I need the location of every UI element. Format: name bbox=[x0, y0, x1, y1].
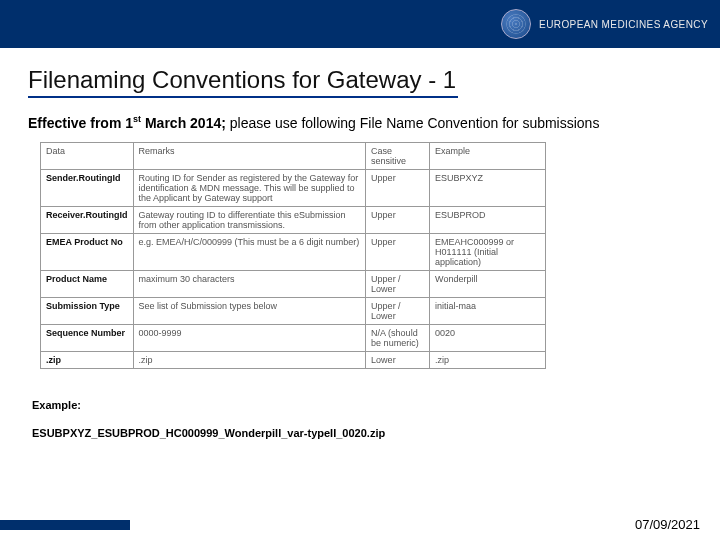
th-data: Data bbox=[41, 142, 134, 169]
cell-case: Upper bbox=[366, 206, 430, 233]
th-example: Example bbox=[430, 142, 546, 169]
title-underline bbox=[28, 96, 458, 98]
page-title: Filenaming Conventions for Gateway - 1 bbox=[28, 66, 692, 94]
cell-example: ESUBPXYZ bbox=[430, 169, 546, 206]
table-row: EMEA Product No e.g. EMEA/H/C/000999 (Th… bbox=[41, 233, 546, 270]
footer-accent-bar bbox=[0, 520, 130, 530]
table-row: Sender.RoutingId Routing ID for Sender a… bbox=[41, 169, 546, 206]
footer-date: 07/09/2021 bbox=[635, 517, 700, 532]
cell-data: Sequence Number bbox=[41, 324, 134, 351]
intro-bold-suffix: March 2014; bbox=[141, 115, 226, 131]
table-header-row: Data Remarks Case sensitive Example bbox=[41, 142, 546, 169]
cell-remarks: e.g. EMEA/H/C/000999 (This must be a 6 d… bbox=[133, 233, 366, 270]
cell-example: 0020 bbox=[430, 324, 546, 351]
cell-data: Receiver.RoutingId bbox=[41, 206, 134, 233]
table-row: Sequence Number 0000-9999 N/A (should be… bbox=[41, 324, 546, 351]
cell-case: Upper bbox=[366, 233, 430, 270]
cell-remarks: 0000-9999 bbox=[133, 324, 366, 351]
cell-remarks: maximum 30 characters bbox=[133, 270, 366, 297]
cell-example: initial-maa bbox=[430, 297, 546, 324]
table-row: Product Name maximum 30 characters Upper… bbox=[41, 270, 546, 297]
cell-remarks: Routing ID for Sender as registered by t… bbox=[133, 169, 366, 206]
table-row: Receiver.RoutingId Gateway routing ID to… bbox=[41, 206, 546, 233]
cell-case: N/A (should be numeric) bbox=[366, 324, 430, 351]
cell-case: Lower bbox=[366, 351, 430, 368]
cell-case: Upper / Lower bbox=[366, 270, 430, 297]
intro-sup: st bbox=[133, 114, 141, 124]
cell-remarks: Gateway routing ID to differentiate this… bbox=[133, 206, 366, 233]
cell-data: Submission Type bbox=[41, 297, 134, 324]
table-row: Submission Type See list of Submission t… bbox=[41, 297, 546, 324]
cell-remarks: .zip bbox=[133, 351, 366, 368]
ema-logo-icon bbox=[501, 9, 531, 39]
cell-example: EMEAHC000999 or H011111 (Initial applica… bbox=[430, 233, 546, 270]
cell-data: Product Name bbox=[41, 270, 134, 297]
slide-content: Filenaming Conventions for Gateway - 1 E… bbox=[0, 48, 720, 439]
example-label: Example: bbox=[32, 399, 692, 411]
convention-table: Data Remarks Case sensitive Example Send… bbox=[40, 142, 546, 369]
cell-case: Upper / Lower bbox=[366, 297, 430, 324]
th-case: Case sensitive bbox=[366, 142, 430, 169]
header-bar: EUROPEAN MEDICINES AGENCY bbox=[0, 0, 720, 48]
cell-example: ESUBPROD bbox=[430, 206, 546, 233]
cell-data: Sender.RoutingId bbox=[41, 169, 134, 206]
cell-data: .zip bbox=[41, 351, 134, 368]
example-filename: ESUBPXYZ_ESUBPROD_HC000999_Wonderpill_va… bbox=[32, 427, 692, 439]
cell-case: Upper bbox=[366, 169, 430, 206]
cell-remarks: See list of Submission types below bbox=[133, 297, 366, 324]
intro-rest: please use following File Name Conventio… bbox=[226, 115, 600, 131]
footer: 07/09/2021 bbox=[0, 517, 720, 532]
cell-example: Wonderpill bbox=[430, 270, 546, 297]
intro-bold-prefix: Effective from 1 bbox=[28, 115, 133, 131]
cell-example: .zip bbox=[430, 351, 546, 368]
th-remarks: Remarks bbox=[133, 142, 366, 169]
table-row: .zip .zip Lower .zip bbox=[41, 351, 546, 368]
brand-text: EUROPEAN MEDICINES AGENCY bbox=[539, 19, 708, 30]
cell-data: EMEA Product No bbox=[41, 233, 134, 270]
intro-text: Effective from 1st March 2014; please us… bbox=[28, 112, 692, 136]
